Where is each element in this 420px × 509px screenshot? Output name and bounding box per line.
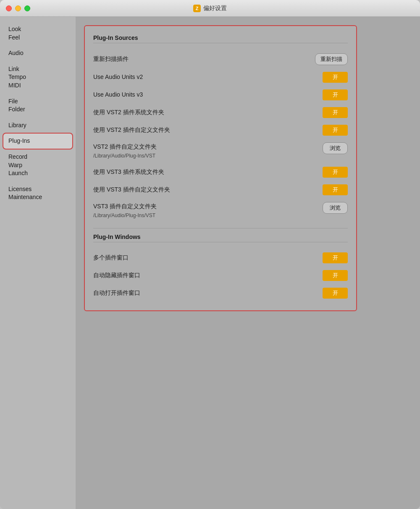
browse-button-vst2-path[interactable]: 浏览 (323, 142, 348, 154)
setting-label-vst2-system: 使用 VST2 插件系统文件夹 (93, 108, 323, 117)
sidebar: Look FeelAudioLink Tempo MIDIFile Folder… (0, 17, 76, 509)
sidebar-item-look-feel[interactable]: Look Feel (3, 22, 72, 45)
setting-row-multiple-windows: 多个插件窗口开 (93, 249, 348, 267)
setting-row-vst3-path: VST3 插件自定义文件夹/Library/Audio/Plug-Ins/VST… (93, 199, 348, 223)
close-button[interactable] (6, 5, 12, 11)
toggle-button-vst2-custom[interactable]: 开 (323, 125, 348, 136)
setting-row-audio-units-v3: Use Audio Units v3开 (93, 86, 348, 104)
toggle-button-audio-units-v3[interactable]: 开 (323, 89, 348, 100)
section-divider (93, 228, 348, 228)
main-content: Plug-In Sources 重新扫描插件重新扫描Use Audio Unit… (76, 17, 420, 509)
setting-label-auto-hide: 自动隐藏插件窗口 (93, 271, 323, 280)
setting-row-vst3-system: 使用 VST3 插件系统文件夹开 (93, 163, 348, 181)
setting-label-vst2-custom: 使用 VST2 插件自定义文件夹 (93, 126, 323, 134)
setting-label-multiple-windows: 多个插件窗口 (93, 254, 323, 262)
traffic-lights (6, 5, 30, 11)
setting-row-rescan: 重新扫描插件重新扫描 (93, 50, 348, 68)
plug-in-windows-rows: 多个插件窗口开自动隐藏插件窗口开自动打开插件窗口开 (93, 249, 348, 302)
setting-row-auto-open: 自动打开插件窗口开 (93, 284, 348, 302)
section-title-windows: Plug-In Windows (93, 234, 348, 242)
toggle-button-audio-units-v2[interactable]: 开 (323, 72, 348, 83)
section-title-sources: Plug-In Sources (93, 34, 348, 43)
sidebar-item-audio[interactable]: Audio (3, 46, 72, 61)
sidebar-item-record-warp-launch[interactable]: Record Warp Launch (3, 150, 72, 181)
setting-row-vst2-path: VST2 插件自定义文件夹/Library/Audio/Plug-Ins/VST… (93, 139, 348, 163)
setting-label-audio-units-v3: Use Audio Units v3 (93, 91, 323, 99)
toggle-button-vst3-custom[interactable]: 开 (323, 184, 348, 195)
toggle-button-vst2-system[interactable]: 开 (323, 107, 348, 118)
toggle-button-multiple-windows[interactable]: 开 (323, 252, 348, 263)
setting-label-vst3-custom: 使用 VST3 插件自定义文件夹 (93, 186, 323, 194)
sidebar-item-library[interactable]: Library (3, 118, 72, 133)
setting-row-auto-hide: 自动隐藏插件窗口开 (93, 267, 348, 284)
toggle-button-vst3-system[interactable]: 开 (323, 167, 348, 178)
app-body: Look FeelAudioLink Tempo MIDIFile Folder… (0, 17, 420, 509)
action-button-rescan[interactable]: 重新扫描 (315, 53, 348, 65)
toggle-button-auto-hide[interactable]: 开 (323, 270, 348, 281)
sidebar-item-link-tempo-midi[interactable]: Link Tempo MIDI (3, 62, 72, 93)
setting-label-vst3-system: 使用 VST3 插件系统文件夹 (93, 168, 323, 176)
setting-row-vst2-custom: 使用 VST2 插件自定义文件夹开 (93, 121, 348, 139)
browse-button-vst3-path[interactable]: 浏览 (323, 202, 348, 214)
settings-panel: Plug-In Sources 重新扫描插件重新扫描Use Audio Unit… (84, 25, 357, 311)
setting-label-audio-units-v2: Use Audio Units v2 (93, 73, 323, 81)
setting-row-audio-units-v2: Use Audio Units v2开 (93, 68, 348, 86)
maximize-button[interactable] (24, 5, 30, 11)
setting-label-auto-open: 自动打开插件窗口 (93, 289, 323, 297)
sidebar-item-plug-ins[interactable]: Plug-Ins (3, 134, 72, 149)
setting-label-vst2-path: VST2 插件自定义文件夹/Library/Audio/Plug-Ins/VST (93, 142, 323, 160)
title-bar: Z 偏好设置 (0, 0, 420, 17)
app-icon: Z (193, 5, 201, 12)
setting-label-rescan: 重新扫描插件 (93, 55, 315, 63)
sidebar-item-licenses-maintenance[interactable]: Licenses Maintenance (3, 182, 72, 205)
plug-in-sources-rows: 重新扫描插件重新扫描Use Audio Units v2开Use Audio U… (93, 50, 348, 223)
toggle-button-auto-open[interactable]: 开 (323, 288, 348, 299)
minimize-button[interactable] (15, 5, 21, 11)
sidebar-item-file-folder[interactable]: File Folder (3, 94, 72, 117)
setting-row-vst2-system: 使用 VST2 插件系统文件夹开 (93, 104, 348, 121)
setting-row-vst3-custom: 使用 VST3 插件自定义文件夹开 (93, 181, 348, 199)
setting-label-vst3-path: VST3 插件自定义文件夹/Library/Audio/Plug-Ins/VST (93, 202, 323, 220)
window-title: 偏好设置 (203, 5, 227, 12)
